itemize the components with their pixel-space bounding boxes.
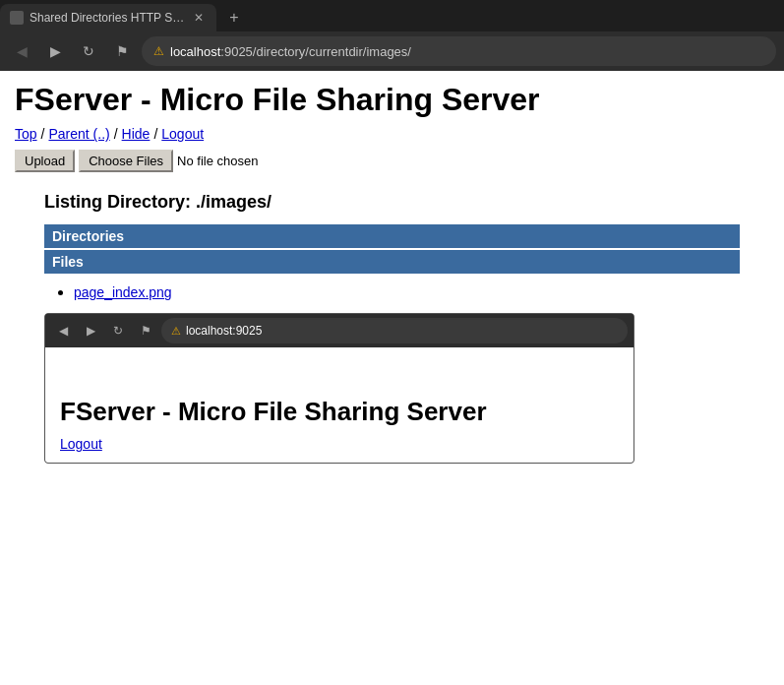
nested-address-text: localhost:9025 — [186, 324, 262, 338]
nested-address-bar[interactable]: ⚠ localhost:9025 — [161, 318, 628, 343]
breadcrumb: Top / Parent (..) / Hide / Logout — [15, 126, 769, 142]
breadcrumb-logout-link[interactable]: Logout — [161, 126, 204, 142]
breadcrumb-sep-2: / — [114, 126, 118, 142]
nested-bookmark-button[interactable]: ⚑ — [134, 319, 157, 342]
address-host: localhost — [170, 44, 220, 59]
nested-browser-preview: ◀ ▶ ↻ ⚑ ⚠ localhost:9025 FServer - Micro… — [44, 313, 634, 464]
reload-button[interactable]: ↻ — [75, 37, 102, 65]
nested-logout-link[interactable]: Logout — [60, 436, 102, 452]
nested-security-icon: ⚠ — [171, 325, 181, 338]
bookmark-button[interactable]: ⚑ — [108, 37, 136, 65]
nested-nav-bar: ◀ ▶ ↻ ⚑ ⚠ localhost:9025 — [45, 314, 633, 347]
browser-chrome: Shared Directories HTTP Se... ✕ + ◀ ▶ ↻ … — [0, 0, 784, 685]
nested-breadcrumb: Logout — [60, 435, 619, 453]
address-text: localhost:9025/directory/currentdir/imag… — [170, 44, 411, 59]
files-list: page_index.png — [44, 283, 740, 301]
breadcrumb-sep-1: / — [41, 126, 45, 142]
nested-reload-button[interactable]: ↻ — [106, 319, 130, 342]
forward-button[interactable]: ▶ — [41, 37, 69, 65]
nested-forward-button[interactable]: ▶ — [79, 319, 102, 342]
listing-title: Listing Directory: ./images/ — [44, 192, 740, 213]
choose-files-button[interactable]: Choose Files — [79, 150, 173, 172]
tab-bar: Shared Directories HTTP Se... ✕ + — [0, 0, 784, 31]
breadcrumb-sep-3: / — [153, 126, 157, 142]
active-tab[interactable]: Shared Directories HTTP Se... ✕ — [0, 4, 216, 31]
listing-container: Listing Directory: ./images/ Directories… — [15, 182, 769, 473]
directories-header: Directories — [44, 224, 740, 248]
address-path: :9025/directory/currentdir/images/ — [220, 44, 411, 59]
back-button[interactable]: ◀ — [8, 37, 35, 65]
nested-page-content: FServer - Micro File Sharing Server Logo… — [45, 347, 633, 463]
upload-button[interactable]: Upload — [15, 150, 75, 172]
files-header: Files — [44, 250, 740, 274]
tab-title: Shared Directories HTTP Se... — [30, 11, 185, 25]
tab-close-button[interactable]: ✕ — [191, 10, 207, 26]
nested-back-button[interactable]: ◀ — [51, 319, 75, 342]
upload-bar: Upload Choose Files No file chosen — [15, 150, 769, 172]
breadcrumb-top-link[interactable]: Top — [15, 126, 37, 142]
nested-page-title: FServer - Micro File Sharing Server — [60, 397, 619, 427]
address-bar[interactable]: ⚠ localhost:9025/directory/currentdir/im… — [142, 36, 776, 66]
no-file-label: No file chosen — [177, 154, 258, 168]
page-title: FServer - Micro File Sharing Server — [15, 81, 769, 118]
page-content: FServer - Micro File Sharing Server Top … — [0, 71, 784, 685]
file-link-page-index[interactable]: page_index.png — [74, 284, 172, 300]
nav-bar: ◀ ▶ ↻ ⚑ ⚠ localhost:9025/directory/curre… — [0, 31, 784, 71]
security-icon: ⚠ — [153, 44, 164, 58]
nested-spacer — [60, 357, 619, 397]
breadcrumb-hide-link[interactable]: Hide — [122, 126, 151, 142]
breadcrumb-parent-link[interactable]: Parent (..) — [48, 126, 109, 142]
tab-favicon — [10, 11, 24, 25]
new-tab-button[interactable]: + — [220, 4, 248, 31]
list-item: page_index.png — [74, 283, 740, 301]
